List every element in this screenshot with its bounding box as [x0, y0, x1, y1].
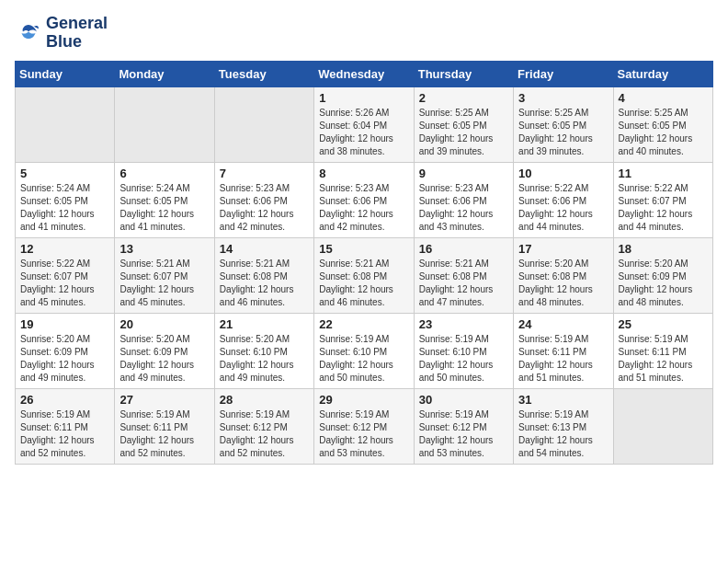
day-number: 18 — [619, 242, 708, 256]
calendar-cell — [16, 86, 115, 162]
calendar-cell: 12Sunrise: 5:22 AMSunset: 6:07 PMDayligh… — [16, 237, 115, 313]
day-number: 13 — [119, 242, 209, 256]
cell-info: Sunrise: 5:22 AMSunset: 6:07 PMDaylight:… — [20, 258, 109, 309]
day-number: 24 — [518, 317, 608, 331]
day-number: 26 — [20, 393, 109, 407]
cell-info: Sunrise: 5:25 AMSunset: 6:05 PMDaylight:… — [419, 107, 508, 158]
calendar-cell: 27Sunrise: 5:19 AMSunset: 6:11 PMDayligh… — [115, 388, 214, 464]
cell-info: Sunrise: 5:23 AMSunset: 6:06 PMDaylight:… — [419, 182, 508, 234]
cell-info: Sunrise: 5:19 AMSunset: 6:12 PMDaylight:… — [319, 408, 408, 460]
calendar-cell: 5Sunrise: 5:24 AMSunset: 6:05 PMDaylight… — [16, 162, 115, 237]
calendar-cell — [115, 86, 214, 162]
cell-info: Sunrise: 5:20 AMSunset: 6:09 PMDaylight:… — [119, 333, 209, 385]
cell-info: Sunrise: 5:21 AMSunset: 6:08 PMDaylight:… — [419, 258, 508, 309]
weekday-header: Wednesday — [314, 61, 414, 86]
calendar-week-row: 26Sunrise: 5:19 AMSunset: 6:11 PMDayligh… — [16, 388, 713, 464]
day-number: 10 — [518, 167, 608, 180]
day-number: 19 — [20, 317, 109, 331]
cell-info: Sunrise: 5:25 AMSunset: 6:05 PMDaylight:… — [619, 107, 708, 158]
day-number: 27 — [119, 393, 209, 407]
calendar-body: 1Sunrise: 5:26 AMSunset: 6:04 PMDaylight… — [16, 86, 713, 464]
calendar-week-row: 12Sunrise: 5:22 AMSunset: 6:07 PMDayligh… — [16, 237, 713, 313]
day-number: 25 — [619, 317, 708, 331]
day-number: 23 — [419, 317, 508, 331]
cell-info: Sunrise: 5:19 AMSunset: 6:10 PMDaylight:… — [319, 333, 408, 385]
weekday-header: Friday — [514, 61, 613, 86]
weekday-header: Saturday — [613, 61, 712, 86]
day-number: 2 — [419, 91, 508, 105]
cell-info: Sunrise: 5:23 AMSunset: 6:06 PMDaylight:… — [319, 182, 408, 234]
cell-info: Sunrise: 5:25 AMSunset: 6:05 PMDaylight:… — [518, 107, 608, 158]
cell-info: Sunrise: 5:19 AMSunset: 6:10 PMDaylight:… — [419, 333, 508, 385]
cell-info: Sunrise: 5:22 AMSunset: 6:06 PMDaylight:… — [518, 182, 608, 234]
calendar-cell: 26Sunrise: 5:19 AMSunset: 6:11 PMDayligh… — [16, 388, 115, 464]
cell-info: Sunrise: 5:19 AMSunset: 6:12 PMDaylight:… — [419, 408, 508, 460]
day-number: 8 — [319, 167, 408, 180]
weekday-header: Monday — [115, 61, 214, 86]
day-number: 20 — [119, 317, 209, 331]
calendar-cell: 29Sunrise: 5:19 AMSunset: 6:12 PMDayligh… — [314, 388, 414, 464]
day-number: 7 — [220, 167, 309, 180]
calendar-cell: 21Sunrise: 5:20 AMSunset: 6:10 PMDayligh… — [214, 313, 313, 388]
cell-info: Sunrise: 5:19 AMSunset: 6:11 PMDaylight:… — [20, 408, 109, 460]
day-number: 29 — [319, 393, 408, 407]
calendar-cell: 15Sunrise: 5:21 AMSunset: 6:08 PMDayligh… — [314, 237, 414, 313]
day-number: 17 — [518, 242, 608, 256]
calendar-cell: 16Sunrise: 5:21 AMSunset: 6:08 PMDayligh… — [414, 237, 513, 313]
calendar-cell: 1Sunrise: 5:26 AMSunset: 6:04 PMDaylight… — [314, 86, 414, 162]
logo-text: General Blue — [46, 15, 108, 52]
cell-info: Sunrise: 5:24 AMSunset: 6:05 PMDaylight:… — [119, 182, 209, 234]
cell-info: Sunrise: 5:19 AMSunset: 6:11 PMDaylight:… — [518, 333, 608, 385]
calendar-cell: 17Sunrise: 5:20 AMSunset: 6:08 PMDayligh… — [514, 237, 613, 313]
cell-info: Sunrise: 5:19 AMSunset: 6:11 PMDaylight:… — [119, 408, 209, 460]
calendar-cell — [613, 388, 712, 464]
day-number: 12 — [20, 242, 109, 256]
calendar-cell: 31Sunrise: 5:19 AMSunset: 6:13 PMDayligh… — [514, 388, 613, 464]
calendar-cell — [214, 86, 313, 162]
cell-info: Sunrise: 5:20 AMSunset: 6:09 PMDaylight:… — [20, 333, 109, 385]
cell-info: Sunrise: 5:21 AMSunset: 6:08 PMDaylight:… — [319, 258, 408, 309]
calendar-cell: 23Sunrise: 5:19 AMSunset: 6:10 PMDayligh… — [414, 313, 513, 388]
day-number: 22 — [319, 317, 408, 331]
calendar-cell: 19Sunrise: 5:20 AMSunset: 6:09 PMDayligh… — [16, 313, 115, 388]
calendar-cell: 28Sunrise: 5:19 AMSunset: 6:12 PMDayligh… — [214, 388, 313, 464]
calendar-cell: 3Sunrise: 5:25 AMSunset: 6:05 PMDaylight… — [514, 86, 613, 162]
calendar-cell: 6Sunrise: 5:24 AMSunset: 6:05 PMDaylight… — [115, 162, 214, 237]
day-number: 30 — [419, 393, 508, 407]
page-header: General Blue — [15, 15, 713, 52]
day-number: 28 — [220, 393, 309, 407]
cell-info: Sunrise: 5:21 AMSunset: 6:08 PMDaylight:… — [220, 258, 309, 309]
logo-icon — [15, 19, 42, 47]
cell-info: Sunrise: 5:19 AMSunset: 6:12 PMDaylight:… — [220, 408, 309, 460]
cell-info: Sunrise: 5:20 AMSunset: 6:09 PMDaylight:… — [619, 258, 708, 309]
calendar-cell: 30Sunrise: 5:19 AMSunset: 6:12 PMDayligh… — [414, 388, 513, 464]
day-number: 9 — [419, 167, 508, 180]
calendar-cell: 24Sunrise: 5:19 AMSunset: 6:11 PMDayligh… — [514, 313, 613, 388]
calendar-cell: 10Sunrise: 5:22 AMSunset: 6:06 PMDayligh… — [514, 162, 613, 237]
cell-info: Sunrise: 5:21 AMSunset: 6:07 PMDaylight:… — [119, 258, 209, 309]
weekday-header: Thursday — [414, 61, 513, 86]
calendar-header: SundayMondayTuesdayWednesdayThursdayFrid… — [16, 61, 713, 86]
day-number: 16 — [419, 242, 508, 256]
day-number: 21 — [220, 317, 309, 331]
calendar-week-row: 5Sunrise: 5:24 AMSunset: 6:05 PMDaylight… — [16, 162, 713, 237]
cell-info: Sunrise: 5:20 AMSunset: 6:10 PMDaylight:… — [220, 333, 309, 385]
cell-info: Sunrise: 5:24 AMSunset: 6:05 PMDaylight:… — [20, 182, 109, 234]
calendar-cell: 13Sunrise: 5:21 AMSunset: 6:07 PMDayligh… — [115, 237, 214, 313]
cell-info: Sunrise: 5:23 AMSunset: 6:06 PMDaylight:… — [220, 182, 309, 234]
day-number: 5 — [20, 167, 109, 180]
day-number: 4 — [619, 91, 708, 105]
calendar-cell: 22Sunrise: 5:19 AMSunset: 6:10 PMDayligh… — [314, 313, 414, 388]
weekday-header: Tuesday — [214, 61, 313, 86]
cell-info: Sunrise: 5:20 AMSunset: 6:08 PMDaylight:… — [518, 258, 608, 309]
day-number: 1 — [319, 91, 408, 105]
calendar-cell: 8Sunrise: 5:23 AMSunset: 6:06 PMDaylight… — [314, 162, 414, 237]
calendar-cell: 7Sunrise: 5:23 AMSunset: 6:06 PMDaylight… — [214, 162, 313, 237]
cell-info: Sunrise: 5:22 AMSunset: 6:07 PMDaylight:… — [619, 182, 708, 234]
cell-info: Sunrise: 5:19 AMSunset: 6:11 PMDaylight:… — [619, 333, 708, 385]
cell-info: Sunrise: 5:26 AMSunset: 6:04 PMDaylight:… — [319, 107, 408, 158]
weekday-header: Sunday — [16, 61, 115, 86]
calendar-cell: 14Sunrise: 5:21 AMSunset: 6:08 PMDayligh… — [214, 237, 313, 313]
day-number: 31 — [518, 393, 608, 407]
calendar-table: SundayMondayTuesdayWednesdayThursdayFrid… — [15, 61, 713, 465]
